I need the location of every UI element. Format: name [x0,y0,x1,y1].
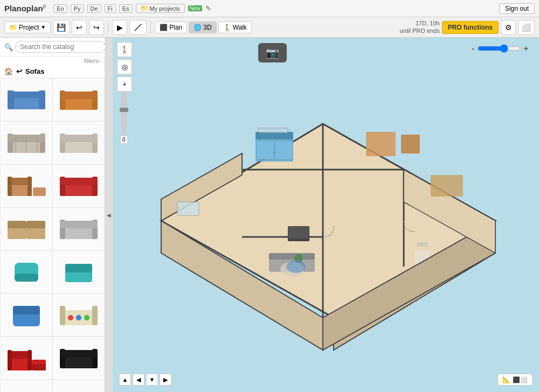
sofa-thumbnail [5,171,48,201]
canvas-area[interactable]: 📷 - + 🚶 ◎ + 0 [113,38,539,392]
select-tool-button[interactable]: ▶ [112,20,127,35]
catalog-item[interactable] [0,293,52,337]
logo-sup: β [43,4,46,9]
catalog-item[interactable] [52,293,105,337]
category-header: 🏠 ↩ Sofas [0,65,105,78]
svg-rect-43 [60,306,65,325]
separator [108,21,108,34]
catalog-item[interactable] [52,250,105,293]
camera-icon: 📷 [266,46,279,59]
svg-rect-77 [258,128,288,132]
zoom-minus-button[interactable]: - [472,44,474,53]
lang-fi[interactable]: Fi [105,4,116,13]
svg-rect-29 [8,221,26,228]
threed-view-button[interactable]: 🌐 3D [189,22,216,33]
person-view-button[interactable]: 🚶 [117,42,132,57]
svg-point-46 [76,315,81,320]
zoom-plus-button[interactable]: + [524,44,528,53]
lang-es[interactable]: Es [119,4,133,13]
svg-rect-31 [26,221,45,228]
catalog-item[interactable] [0,121,52,164]
lang-en[interactable]: En [53,4,67,13]
catalog-item[interactable] [52,121,105,164]
pro-timer: 17D, 10h until PRO ends [400,20,440,34]
nav-left-button[interactable]: ◀ [133,374,144,386]
catalog-item[interactable] [0,250,52,293]
back-icon[interactable]: ↩ [16,67,22,75]
project-menu-button[interactable]: 📁 Project ▼ [4,22,51,33]
pro-functions-button[interactable]: PRO functions [442,21,499,34]
nav-right-button[interactable]: ▶ [160,374,171,386]
catalog-item[interactable] [0,164,52,207]
catalog-item[interactable] [52,380,105,392]
svg-rect-96 [431,175,463,197]
redo-icon: ↪ [93,23,100,32]
svg-rect-27 [60,178,98,185]
height-slider[interactable] [121,92,127,135]
svg-rect-83 [269,253,315,260]
svg-rect-39 [65,264,92,272]
catalog-item[interactable] [52,164,105,207]
catalog-item[interactable] [0,380,52,392]
signout-button[interactable]: Sign out [499,3,535,14]
chair-thumbnail [5,300,48,330]
catalog-item[interactable] [52,207,105,250]
undo-icon: ↩ [76,23,82,32]
lang-ru[interactable]: Ру [71,4,84,13]
folder-icon: 📁 [141,5,148,12]
person-icon: 🚶 [120,46,129,54]
bottom-nav: ▲ ◀ ▼ ▶ [119,374,171,386]
walk-view-button[interactable]: 🚶 Walk [218,22,252,33]
project-label: Project [19,24,39,31]
catalog-grid [0,78,105,392]
measurement-button[interactable]: 📐 ⬛⬜ [497,374,533,386]
svg-rect-74 [255,132,293,139]
floor-indicator: 0 [120,136,128,144]
plan-view-button[interactable]: ⬛ Plan [155,22,187,33]
fullscreen-button[interactable]: ⬜ [518,20,535,35]
line-tool-button[interactable] [129,20,147,35]
search-input[interactable] [15,41,106,53]
settings-button[interactable]: ⚙ [501,20,516,35]
undo-button[interactable]: ↩ [72,20,87,35]
catalog-item[interactable] [52,78,105,121]
sidebar-collapse-button[interactable]: ◀ [105,38,113,392]
my-projects-label: My projects [150,5,180,12]
nav-down-button[interactable]: ▼ [146,374,158,386]
search-bar: 🔍 [0,38,105,57]
my-projects-button[interactable]: 📁 My projects [136,4,185,13]
svg-rect-81 [288,227,309,239]
svg-rect-23 [33,187,46,196]
redo-button[interactable]: ↪ [89,20,104,35]
sofa-thumbnail [5,214,48,244]
sofa-thumbnail [5,85,48,115]
svg-rect-41 [13,306,40,314]
zoom-slider[interactable] [478,44,521,53]
svg-rect-3 [8,92,45,98]
catalog-item[interactable] [0,78,52,121]
save-button[interactable]: 💾 [53,20,70,35]
svg-rect-78 [366,132,396,156]
height-slider-thumb [120,108,128,112]
catalog-item[interactable] [0,207,52,250]
sofa-thumbnail [5,387,48,393]
svg-point-47 [84,315,89,320]
camera-button[interactable]: 📷 [258,43,287,62]
compass-icon: ◎ [122,63,128,71]
app-logo: Planoplanβ [4,4,46,13]
lang-de[interactable]: De [87,4,101,13]
measure-label: ⬛⬜ [513,376,528,383]
sidebar: 🔍 filters› 🏠 ↩ Sofas [0,38,105,392]
svg-rect-22 [27,177,32,196]
nav-up-button[interactable]: ▲ [119,374,131,386]
sofa-thumbnail [57,344,100,373]
home-icon: 🏠 [4,67,13,75]
svg-rect-37 [15,274,38,282]
catalog-item[interactable] [0,337,52,380]
plus-icon: + [122,80,127,88]
filters-link[interactable]: filters› [84,58,100,64]
main-layout: 🔍 filters› 🏠 ↩ Sofas [0,38,539,392]
sofa-thumbnail [57,171,100,201]
catalog-item[interactable] [52,337,105,380]
sofa-thumbnail [57,387,100,393]
